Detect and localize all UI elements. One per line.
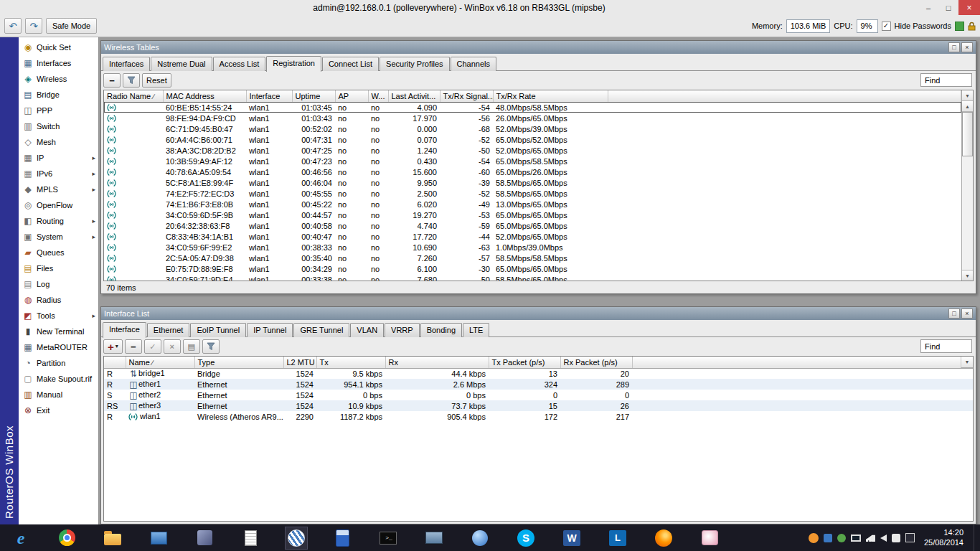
tab-bonding[interactable]: Bonding [420, 323, 462, 337]
column-header-l2-mtu[interactable]: L2 MTU [283, 357, 316, 368]
comment-button[interactable]: ▤ [183, 339, 200, 354]
registration-row[interactable]: 20:64:32:38:63:F8wlan100:40:58nono4.740-… [104, 220, 961, 231]
tab-ip-tunnel[interactable]: IP Tunnel [247, 323, 293, 337]
taskbar-app-photo-viewer[interactable] [148, 527, 169, 549]
sidebar-item-metarouter[interactable]: ▦MetaROUTER [19, 339, 98, 355]
column-header-last-activit[interactable]: Last Activit... [388, 90, 440, 102]
remove-button[interactable]: − [103, 73, 121, 88]
registration-row[interactable]: 40:78:6A:A5:09:54wlan100:46:56nono15.600… [104, 166, 961, 177]
sidebar-item-exit[interactable]: ⊗Exit [19, 402, 98, 418]
sidebar-item-make-supout-rif[interactable]: ▢Make Supout.rif [19, 371, 98, 387]
disable-button[interactable]: × [164, 339, 181, 354]
volume-icon[interactable] [880, 534, 887, 542]
sidebar-item-ip[interactable]: ▦IP▸ [19, 150, 98, 166]
tab-interfaces[interactable]: Interfaces [103, 57, 150, 71]
sidebar-item-system[interactable]: ▣System▸ [19, 229, 98, 245]
registration-row[interactable]: 38:AA:3C:D8:2D:B2wlan100:47:25nono1.240-… [104, 145, 961, 156]
reset-button[interactable]: Reset [142, 73, 171, 88]
security-icon[interactable] [837, 534, 846, 542]
sidebar-item-routing[interactable]: ◧Routing▸ [19, 213, 98, 229]
registration-row[interactable]: C8:33:4B:34:1A:B1wlan100:40:47nono17.720… [104, 231, 961, 242]
interface-row[interactable]: R◫ether1Ethernet1524954.1 kbps2.6 Mbps32… [104, 379, 973, 390]
column-header-tx-packet-p-s[interactable]: Tx Packet (p/s) [489, 357, 560, 368]
sidebar-item-interfaces[interactable]: ▦Interfaces [19, 55, 98, 71]
taskbar-app-notepad[interactable] [240, 527, 261, 549]
sidebar-item-radius[interactable]: ◍Radius [19, 292, 98, 308]
sidebar-item-switch[interactable]: ▥Switch [19, 118, 98, 134]
column-header-interface[interactable]: Interface [246, 90, 292, 102]
taskbar-app-media-app[interactable] [194, 527, 215, 549]
column-header-radio-name[interactable]: Radio Name∕ [104, 90, 163, 102]
taskbar-app-chrome[interactable] [56, 527, 77, 549]
tab-registration[interactable]: Registration [266, 56, 321, 72]
messaging-icon[interactable] [824, 534, 832, 542]
find-button[interactable]: Find [920, 73, 972, 87]
restore-button[interactable]: □ [938, 0, 958, 15]
taskbar-app-communicator[interactable]: L [607, 527, 628, 549]
tab-ethernet[interactable]: Ethernet [147, 323, 190, 337]
tab-nstreme-dual[interactable]: Nstreme Dual [151, 57, 212, 71]
registration-row[interactable]: E0:75:7D:88:9E:F8wlan100:34:29nono6.100-… [104, 263, 961, 274]
registration-row[interactable]: 60:A4:4C:B6:00:71wlan100:47:31nono0.070-… [104, 134, 961, 145]
column-header-rx[interactable]: Rx [385, 357, 489, 368]
taskbar-app-internet-explorer[interactable]: e [10, 527, 32, 549]
taskbar-app-file-explorer[interactable] [102, 527, 123, 549]
sidebar-item-queues[interactable]: ▰Queues [19, 245, 98, 260]
interface-maximize-button[interactable]: □ [948, 309, 960, 319]
registration-row[interactable]: 74:E1:B6:F3:E8:0Bwlan100:45:22nono6.020-… [104, 199, 961, 209]
column-select-button[interactable]: ▼ [962, 90, 973, 101]
sidebar-item-new-terminal[interactable]: ▮New Terminal [19, 324, 98, 339]
column-header-name[interactable]: Name∕ [126, 357, 194, 368]
enable-button[interactable]: ✓ [144, 339, 161, 354]
tab-access-list[interactable]: Access List [213, 57, 266, 71]
wireless-close-button[interactable]: × [961, 42, 973, 52]
column-header-ap[interactable]: AP [335, 90, 368, 102]
wireless-maximize-button[interactable]: □ [948, 42, 960, 52]
sidebar-item-files[interactable]: ▤Files [19, 260, 98, 276]
taskbar-app-paint[interactable] [699, 527, 720, 549]
tab-connect-list[interactable]: Connect List [322, 57, 379, 71]
registration-row[interactable]: 6C:71:D9:45:B0:47wlan100:52:02nono0.000-… [104, 123, 961, 134]
os-titlebar[interactable]: admin@192.168.0.1 (polleverywhere) - Win… [0, 0, 980, 15]
registration-row[interactable]: 5C:F8:A1:E8:99:4Fwlan100:46:04nono9.950-… [104, 177, 961, 188]
hidden-icons-icon[interactable] [905, 533, 915, 542]
column-header-mac-address[interactable]: MAC Address [163, 90, 246, 102]
sidebar-item-mpls[interactable]: ◆MPLS▸ [19, 182, 98, 197]
interface-close-button[interactable]: × [961, 309, 973, 319]
sidebar-item-log[interactable]: ▤Log [19, 276, 98, 292]
registration-row[interactable]: 74:E2:F5:72:EC:D3wlan100:45:55nono2.500-… [104, 188, 961, 199]
tab-eoip-tunnel[interactable]: EoIP Tunnel [190, 323, 246, 337]
filter-button[interactable] [123, 73, 140, 88]
interface-row[interactable]: S◫ether2Ethernet15240 bps0 bps00 [104, 390, 973, 400]
column-header-w[interactable]: W... [368, 90, 388, 102]
find-button[interactable]: Find [920, 339, 972, 353]
taskbar-app-word[interactable]: W [561, 527, 583, 549]
scroll-up-button[interactable]: ▲ [962, 101, 973, 112]
show-desktop-button[interactable] [974, 524, 979, 551]
taskbar-app-remote-desktop[interactable] [423, 527, 445, 549]
registration-row[interactable]: 98:FE:94:DA:F9:CDwlan101:03:43nono17.970… [104, 113, 961, 123]
column-header-tx[interactable]: Tx [316, 357, 385, 368]
wireless-window-titlebar[interactable]: Wireless Tables □ × [101, 41, 976, 54]
registration-row[interactable]: 10:3B:59:A9:AF:12wlan100:47:23nono0.430-… [104, 156, 961, 166]
scrollbar-thumb[interactable] [962, 112, 973, 156]
tab-interface[interactable]: Interface [103, 322, 146, 338]
column-header-uptime[interactable]: Uptime [292, 90, 335, 102]
registration-row[interactable]: 34:C0:59:6F:99:E2wlan100:38:33nono10.690… [104, 242, 961, 253]
tab-vrrp[interactable]: VRRP [385, 323, 420, 337]
column-select-button[interactable]: ▼ [961, 357, 973, 368]
tab-security-profiles[interactable]: Security Profiles [380, 57, 449, 71]
scrollbar-track[interactable] [962, 112, 973, 270]
column-header-type[interactable]: Type [194, 357, 283, 368]
input-language-icon[interactable] [892, 534, 900, 542]
sidebar-item-manual[interactable]: ▥Manual [19, 387, 98, 402]
registration-row[interactable]: 2C:5A:05:A7:D9:38wlan100:35:40nono7.260-… [104, 253, 961, 263]
taskbar-app-skype[interactable]: S [515, 527, 537, 549]
safe-mode-button[interactable]: Safe Mode [46, 18, 97, 34]
interface-row[interactable]: R⇅bridge1Bridge15249.5 kbps44.4 kbps1320 [104, 368, 973, 379]
sidebar-item-quick-set[interactable]: ◉Quick Set [19, 39, 98, 55]
sidebar-item-tools[interactable]: ◩Tools▸ [19, 308, 98, 324]
taskbar-app-firefox[interactable] [653, 527, 674, 549]
taskbar-app-winbox[interactable] [286, 527, 307, 549]
taskbar-app-app-sphere[interactable] [469, 527, 491, 549]
